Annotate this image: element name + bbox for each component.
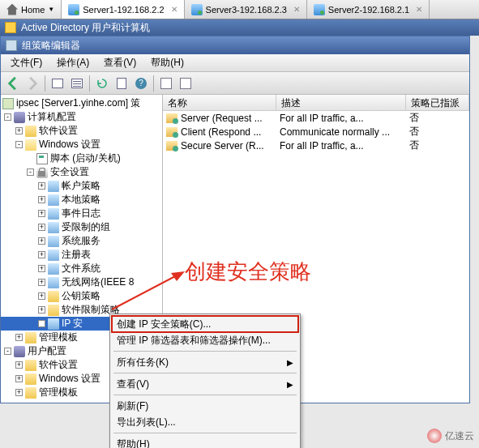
tree-software-settings[interactable]: +软件设置: [1, 124, 162, 138]
tree-restricted-groups[interactable]: +受限制的组: [1, 220, 162, 234]
cell-assigned: 否: [409, 139, 419, 152]
expand-icon[interactable]: +: [38, 224, 45, 231]
ad-title-text: Active Directory 用户和计算机: [21, 21, 150, 35]
expand-icon[interactable]: +: [38, 196, 45, 203]
expand-icon[interactable]: +: [15, 375, 23, 382]
separator: [113, 395, 297, 395]
dropdown-icon[interactable]: ▼: [48, 6, 54, 13]
separator: [89, 75, 90, 92]
wireless-icon: [48, 277, 59, 288]
collapse-icon[interactable]: -: [27, 169, 34, 176]
submenu-arrow-icon: ▶: [287, 358, 293, 367]
folder-icon: [25, 373, 36, 385]
list-row[interactable]: Client (Respond ... Communicate normally…: [163, 125, 469, 139]
folder-icon: [25, 332, 36, 343]
cell-name: Secure Server (R...: [181, 140, 280, 151]
ctx-all-tasks[interactable]: 所有任务(K)▶: [112, 354, 298, 370]
expand-icon[interactable]: +: [38, 320, 45, 327]
list-row[interactable]: Server (Request ... For all IP traffic, …: [163, 111, 469, 125]
tab-home[interactable]: Home ▼: [0, 0, 62, 19]
expand-icon[interactable]: +: [38, 292, 45, 300]
server-icon: [191, 4, 203, 15]
expand-icon[interactable]: +: [15, 361, 23, 369]
lock-icon: [36, 167, 48, 178]
policy-icon: [48, 208, 59, 220]
ctx-manage-filters[interactable]: 管理 IP 筛选器表和筛选器操作(M)...: [112, 332, 298, 348]
expand-icon[interactable]: +: [15, 334, 23, 341]
list-row[interactable]: Secure Server (R... For all IP traffic, …: [163, 139, 469, 152]
ctx-view[interactable]: 查看(V)▶: [112, 376, 298, 392]
menubar: 文件(F) 操作(A) 查看(V) 帮助(H): [1, 54, 469, 72]
tree-public-key[interactable]: +公钥策略: [1, 289, 162, 303]
menu-help[interactable]: 帮助(H): [144, 54, 190, 71]
expand-icon[interactable]: +: [38, 279, 45, 286]
tree-windows-settings[interactable]: -Windows 设置: [1, 138, 162, 151]
properties-button[interactable]: [113, 75, 130, 92]
ctx-help[interactable]: 帮助(H): [112, 436, 298, 448]
collapse-icon[interactable]: -: [4, 113, 11, 121]
tab-server2[interactable]: Server2-192.168.2.1 ✕: [307, 0, 430, 19]
ctx-create-ip-policy[interactable]: 创建 IP 安全策略(C)...: [112, 316, 298, 332]
home-icon: [6, 4, 18, 15]
grid1-button[interactable]: [157, 75, 175, 92]
menu-view[interactable]: 查看(V): [97, 54, 143, 71]
close-icon[interactable]: ✕: [171, 5, 177, 14]
tree-event-log[interactable]: +事件日志: [1, 207, 162, 220]
tree-computer-config[interactable]: -计算机配置: [1, 110, 162, 124]
help-button[interactable]: ?: [132, 75, 150, 92]
tab-server3[interactable]: Server3-192.168.2.3 ✕: [185, 0, 307, 19]
separator: [113, 433, 297, 433]
tree-wireless[interactable]: +无线网络(IEEE 8: [1, 275, 162, 289]
tree-security-settings[interactable]: -安全设置: [1, 165, 162, 179]
col-desc[interactable]: 描述: [276, 95, 406, 110]
tree-local-policy[interactable]: +本地策略: [1, 193, 162, 207]
close-icon[interactable]: ✕: [293, 5, 300, 14]
separator: [113, 373, 297, 373]
list-button[interactable]: [68, 75, 86, 92]
gpe-titlebar[interactable]: 组策略编辑器: [1, 36, 469, 54]
tree-scripts[interactable]: 脚本 (启动/关机): [1, 151, 162, 165]
ad-window-title: Active Directory 用户和计算机: [0, 19, 479, 36]
col-assigned[interactable]: 策略已指派: [406, 95, 469, 110]
folder-icon: [25, 360, 36, 371]
cell-assigned: 否: [409, 111, 419, 125]
close-icon[interactable]: ✕: [416, 5, 422, 14]
console-button[interactable]: [49, 75, 66, 92]
tab-server1[interactable]: Server1-192.168.2.2 ✕: [62, 0, 184, 19]
menu-file[interactable]: 文件(F): [4, 54, 49, 71]
tree-account-policy[interactable]: +帐户策略: [1, 179, 162, 193]
expand-icon[interactable]: +: [15, 389, 23, 396]
collapse-icon[interactable]: -: [4, 348, 11, 355]
separator: [45, 75, 45, 92]
tree-root[interactable]: ipsec [Server1.yinhe.com] 策: [1, 96, 162, 110]
server-icon: [68, 4, 79, 15]
toolbar: ?: [1, 72, 469, 95]
cell-name: Client (Respond ...: [181, 126, 280, 138]
expand-icon[interactable]: +: [15, 127, 23, 134]
ctx-export-list[interactable]: 导出列表(L)...: [112, 414, 298, 430]
tree-registry[interactable]: +注册表: [1, 248, 162, 262]
tab-label: Server2-192.168.2.1: [328, 5, 409, 15]
expand-icon[interactable]: +: [38, 306, 45, 314]
collapse-icon[interactable]: -: [15, 141, 23, 148]
context-menu: 创建 IP 安全策略(C)... 管理 IP 筛选器表和筛选器操作(M)... …: [109, 314, 301, 448]
folder-icon: [48, 291, 59, 302]
grid2-button[interactable]: [177, 75, 195, 92]
tree-system-services[interactable]: +系统服务: [1, 234, 162, 248]
gpe-title-text: 组策略编辑器: [22, 39, 80, 53]
tree-filesystem[interactable]: +文件系统: [1, 262, 162, 275]
expand-icon[interactable]: +: [38, 237, 45, 245]
nav-back-button[interactable]: [4, 75, 22, 92]
policy-icon: [48, 263, 59, 275]
expand-icon[interactable]: +: [38, 182, 45, 190]
ctx-refresh[interactable]: 刷新(F): [112, 398, 298, 414]
refresh-button[interactable]: [93, 75, 111, 92]
col-name[interactable]: 名称: [163, 95, 276, 110]
policy-icon: [48, 181, 59, 192]
expand-icon[interactable]: +: [38, 251, 45, 258]
menu-action[interactable]: 操作(A): [50, 54, 96, 71]
gpe-icon: [6, 40, 17, 51]
expand-icon[interactable]: +: [38, 210, 45, 217]
separator: [113, 351, 297, 352]
expand-icon[interactable]: +: [38, 265, 45, 272]
